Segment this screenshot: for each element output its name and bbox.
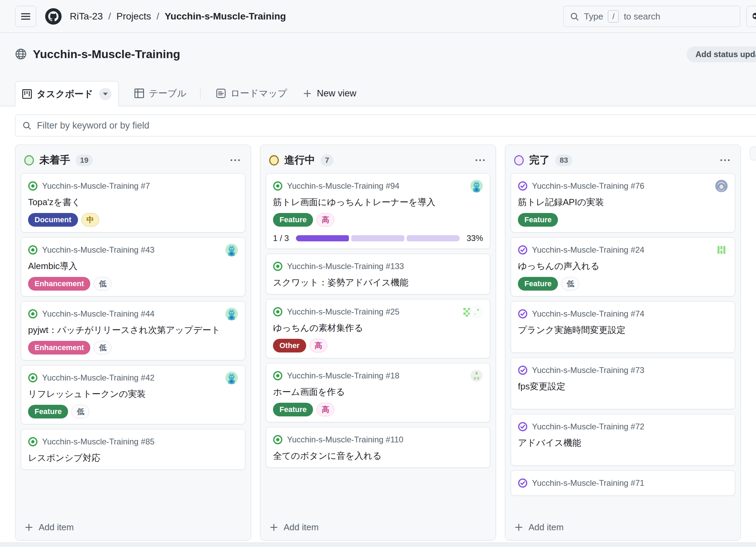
global-search-box[interactable]: Type / to search [563, 6, 740, 27]
board: 未着手19Yucchin-s-Muscle-Training #7Topa'zを… [0, 145, 756, 541]
issue-ref-link[interactable]: Yucchin-s-Muscle-Training #71 [532, 478, 644, 488]
issue-card-header: Yucchin-s-Muscle-Training #110 [273, 433, 483, 446]
issue-card[interactable]: Yucchin-s-Muscle-Training #24ゆっちんの声入れるFe… [511, 237, 735, 296]
issue-open-icon [273, 262, 283, 271]
tab-table[interactable]: テーブル [134, 81, 186, 106]
issue-ref-link[interactable]: Yucchin-s-Muscle-Training #25 [287, 307, 400, 317]
kebab-dot [475, 159, 477, 161]
filter-input[interactable]: Filter by keyword or by field [15, 115, 756, 136]
issue-card[interactable]: Yucchin-s-Muscle-Training #71 [511, 470, 735, 496]
issue-card[interactable]: Yucchin-s-Muscle-Training #44pyjwt：パッチがリ… [21, 301, 245, 360]
progress-segment [407, 235, 460, 241]
issue-card[interactable]: Yucchin-s-Muscle-Training #73fps変更設定 [511, 358, 735, 409]
add-item-button[interactable]: Add item [505, 514, 741, 540]
avatar-cat [470, 179, 483, 192]
issue-label: 低 [94, 341, 112, 355]
issue-card[interactable]: Yucchin-s-Muscle-Training #25ゆっちんの素材集作るO… [266, 299, 490, 358]
issue-card[interactable]: Yucchin-s-Muscle-Training #94筋トレ画面にゆっちんト… [266, 173, 490, 249]
issue-ref-link[interactable]: Yucchin-s-Muscle-Training #72 [532, 422, 644, 431]
add-item-button[interactable]: Add item [260, 514, 496, 540]
breadcrumb-separator: / [108, 11, 111, 22]
slash-key-hint: / [608, 10, 619, 23]
issue-ref-link[interactable]: Yucchin-s-Muscle-Training #76 [532, 181, 644, 191]
issue-card-header: Yucchin-s-Muscle-Training #43 [28, 243, 238, 257]
avatar-id-bars [715, 243, 728, 256]
issue-ref-link[interactable]: Yucchin-s-Muscle-Training #85 [42, 437, 155, 446]
column-status-dot [269, 155, 279, 165]
new-column-stub[interactable] [750, 147, 756, 160]
issue-labels: Feature [518, 213, 728, 227]
add-item-button[interactable]: Add item [15, 514, 251, 540]
issue-closed-icon [518, 309, 527, 319]
copilot-icon [751, 11, 756, 22]
issue-ref-link[interactable]: Yucchin-s-Muscle-Training #18 [287, 371, 400, 381]
card-avatars [461, 305, 483, 318]
issue-ref-link[interactable]: Yucchin-s-Muscle-Training #7 [42, 181, 150, 191]
tab-board[interactable]: タスクボード [15, 81, 119, 106]
issue-label: 高 [316, 403, 334, 416]
issue-ref-link[interactable]: Yucchin-s-Muscle-Training #44 [42, 309, 155, 319]
breadcrumb-org-link[interactable]: RiTa-23 [70, 11, 103, 22]
issue-label: 中 [81, 213, 99, 227]
issue-label: Feature [518, 213, 558, 227]
issue-labels: Feature高 [273, 213, 483, 227]
copilot-button[interactable] [746, 6, 756, 27]
card-avatars [225, 371, 238, 384]
progress-bar [296, 235, 460, 241]
filter-row: Filter by keyword or by field [0, 106, 756, 145]
issue-label: Feature [518, 277, 558, 291]
breadcrumb-projects-link[interactable]: Projects [116, 11, 151, 22]
horizontal-scrollbar[interactable] [0, 543, 756, 547]
caret-down-icon [103, 93, 108, 95]
issue-open-icon [273, 435, 283, 444]
issue-card[interactable]: Yucchin-s-Muscle-Training #76筋トレ記録APIの実装… [511, 173, 735, 232]
issue-card[interactable]: Yucchin-s-Muscle-Training #85レスポンシブ対応 [21, 429, 245, 470]
add-item-label: Add item [39, 522, 74, 533]
tab-roadmap-label: ロードマップ [231, 87, 287, 99]
issue-card[interactable]: Yucchin-s-Muscle-Training #43Alembic導入En… [21, 237, 245, 296]
tab-roadmap[interactable]: ロードマップ [216, 81, 287, 106]
issue-card[interactable]: Yucchin-s-Muscle-Training #7Topa'zを書くDoc… [21, 173, 245, 232]
add-status-update-button[interactable]: Add status update [687, 46, 756, 62]
issue-ref-link[interactable]: Yucchin-s-Muscle-Training #24 [532, 245, 644, 255]
issue-title: 筋トレ記録APIの実装 [518, 196, 728, 208]
new-view-button[interactable]: New view [303, 81, 356, 106]
issue-closed-icon [518, 478, 527, 488]
issue-ref-link[interactable]: Yucchin-s-Muscle-Training #74 [532, 309, 644, 319]
issue-ref-link[interactable]: Yucchin-s-Muscle-Training #43 [42, 245, 155, 255]
github-logo[interactable] [45, 8, 62, 25]
avatar-cat [225, 307, 238, 320]
issue-card[interactable]: Yucchin-s-Muscle-Training #72アドバイス機能 [511, 414, 735, 466]
view-options-caret[interactable] [99, 88, 112, 100]
issue-card[interactable]: Yucchin-s-Muscle-Training #74プランク実施時間変更設… [511, 301, 735, 353]
issue-ref-link[interactable]: Yucchin-s-Muscle-Training #42 [42, 373, 155, 383]
github-mark-icon [45, 8, 62, 25]
issue-card[interactable]: Yucchin-s-Muscle-Training #18ホーム画面を作るFea… [266, 363, 490, 422]
column-menu-button[interactable] [718, 156, 732, 164]
column-menu-button[interactable] [473, 156, 487, 164]
issue-label: Feature [273, 213, 313, 227]
kebab-icon [231, 159, 240, 161]
column-count-badge: 83 [555, 155, 572, 166]
issue-label: Feature [28, 405, 68, 418]
column-in-progress: 進行中7Yucchin-s-Muscle-Training #94筋トレ画面にゆ… [260, 145, 496, 541]
column-status-dot [24, 155, 34, 165]
issue-ref-link[interactable]: Yucchin-s-Muscle-Training #110 [287, 435, 403, 444]
kebab-dot [234, 159, 236, 161]
issue-ref-link[interactable]: Yucchin-s-Muscle-Training #73 [532, 365, 644, 375]
issue-title: ゆっちんの素材集作る [273, 322, 483, 334]
issue-card[interactable]: Yucchin-s-Muscle-Training #110全てのボタンに音を入… [266, 427, 490, 468]
progress-percent: 33% [467, 234, 483, 243]
issue-card[interactable]: Yucchin-s-Muscle-Training #42リフレッシュトークンの… [21, 365, 245, 424]
plus-icon [269, 523, 278, 532]
issue-card[interactable]: Yucchin-s-Muscle-Training #133スクワット：姿勢アド… [266, 254, 490, 294]
column-menu-button[interactable] [229, 156, 242, 164]
hamburger-menu-button[interactable] [15, 6, 36, 27]
issue-labels: Document中 [28, 213, 238, 227]
issue-ref-link[interactable]: Yucchin-s-Muscle-Training #94 [287, 181, 400, 191]
tab-board-label: タスクボード [37, 88, 93, 100]
issue-ref-link[interactable]: Yucchin-s-Muscle-Training #133 [287, 262, 404, 271]
kebab-dot [238, 159, 240, 161]
issue-labels: Feature低 [28, 405, 238, 418]
plus-icon [303, 89, 312, 98]
